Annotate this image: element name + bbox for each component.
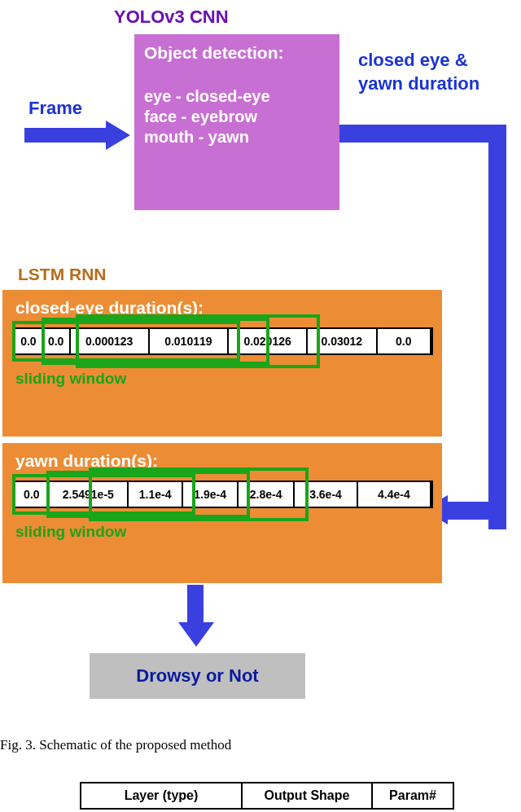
closed-eye-panel: closed-eye duration(s): 0.0 0.0 0.000123… [2, 290, 442, 437]
right-label-line1: closed eye & [358, 50, 468, 70]
yawn-panel: yawn duration(s): 0.0 2.5491e-5 1.1e-4 1… [2, 443, 442, 583]
cell: 0.03012 [308, 329, 377, 353]
pipe-segment [339, 125, 506, 143]
cell: 2.8e-4 [239, 482, 295, 507]
cell: 0.0 [43, 329, 71, 353]
table-header-row: Layer (type) Output Shape Param# [80, 782, 454, 810]
right-label-line2: yawn duration [358, 73, 479, 94]
cell: 4.4e-4 [358, 482, 431, 507]
yolo-box-title: Object detection: [144, 42, 330, 64]
yolo-box: Object detection: eye - closed-eye face … [134, 34, 339, 210]
closed-eye-yawn-label: closed eye & yawn duration [358, 49, 521, 95]
yolo-box-line1: eye - closed-eye [144, 86, 330, 107]
table-header-output-shape: Output Shape [243, 783, 373, 808]
closed-eye-panel-title: closed-eye duration(s): [15, 298, 434, 318]
drowsy-or-not-box: Drowsy or Not [90, 653, 305, 699]
cell: 0.020126 [229, 329, 308, 353]
cell: 1.1e-4 [129, 482, 183, 507]
cell: 0.0 [378, 329, 431, 353]
table-header-param: Param# [373, 783, 454, 808]
cell: 1.9e-4 [183, 482, 238, 507]
frame-label: Frame [28, 98, 82, 119]
pipe-segment [448, 502, 506, 520]
cell: 2.5491e-5 [50, 482, 129, 507]
cell: 0.0 [15, 482, 50, 507]
diagram-container: YOLOv3 CNN Frame closed eye & yawn durat… [0, 0, 521, 812]
yolo-box-line2: face - eyebrow [144, 107, 330, 127]
cell: 0.000123 [71, 329, 150, 353]
cell: 0.0 [15, 329, 43, 353]
lstm-rnn-label: LSTM RNN [18, 265, 107, 284]
yolo-box-line3: mouth - yawn [144, 127, 330, 147]
table-header-layer: Layer (type) [80, 783, 243, 808]
cell: 0.010119 [150, 329, 229, 353]
figure-caption: Fig. 3. Schematic of the proposed method [0, 737, 231, 753]
sliding-window-label: sliding window [15, 370, 434, 388]
yawn-panel-title: yawn duration(s): [15, 451, 434, 471]
yawn-row: 0.0 2.5491e-5 1.1e-4 1.9e-4 2.8e-4 3.6e-… [14, 481, 433, 508]
yolo-cnn-title: YOLOv3 CNN [114, 7, 229, 28]
cell: 3.6e-4 [295, 482, 357, 507]
drowsy-or-not-label: Drowsy or Not [136, 665, 258, 687]
pipe-segment [488, 125, 506, 529]
closed-eye-row: 0.0 0.0 0.000123 0.010119 0.020126 0.030… [14, 327, 433, 355]
sliding-window-label: sliding window [15, 523, 434, 541]
